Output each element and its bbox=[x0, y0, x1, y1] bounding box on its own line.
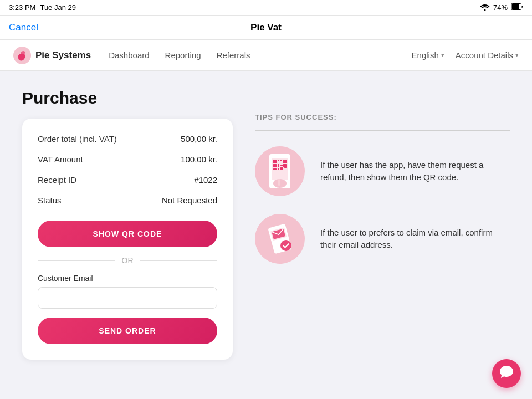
svg-rect-15 bbox=[280, 167, 283, 170]
show-qr-button[interactable]: SHOW QR CODE bbox=[38, 221, 217, 247]
battery-percentage: 74% bbox=[493, 3, 508, 12]
tips-divider bbox=[255, 130, 510, 131]
status-bar-right: 74% bbox=[480, 3, 523, 12]
page-title-bar: Pie Vat bbox=[250, 22, 282, 33]
send-order-button[interactable]: SEND ORDER bbox=[38, 318, 217, 344]
svg-rect-5 bbox=[273, 160, 277, 163]
status-label: Status bbox=[38, 196, 62, 205]
left-panel: Purchase Order total (incl. VAT) 500,00 … bbox=[22, 89, 233, 381]
svg-rect-6 bbox=[278, 160, 279, 161]
order-total-row: Order total (incl. VAT) 500,00 kr. bbox=[38, 134, 217, 144]
brand[interactable]: Pie Systems bbox=[13, 47, 91, 64]
account-details-label: Account Details bbox=[456, 50, 513, 60]
status-row: Status Not Requested bbox=[38, 196, 217, 205]
language-chevron-icon: ▾ bbox=[441, 52, 444, 59]
main-content: Purchase Order total (incl. VAT) 500,00 … bbox=[0, 71, 532, 399]
svg-rect-7 bbox=[280, 160, 282, 161]
order-total-label: Order total (incl. VAT) bbox=[38, 134, 117, 144]
tip-item-2: If the user to prefers to claim via emai… bbox=[255, 214, 510, 264]
vat-amount-label: VAT Amount bbox=[38, 155, 83, 164]
svg-rect-12 bbox=[283, 164, 287, 167]
email-label: Customer Email bbox=[38, 274, 217, 283]
cancel-button[interactable]: Cancel bbox=[9, 22, 38, 33]
title-bar: Cancel Pie Vat bbox=[0, 16, 532, 40]
receipt-id-label: Receipt ID bbox=[38, 175, 76, 185]
svg-rect-13 bbox=[273, 168, 277, 170]
right-panel: TIPS FOR SUCCESS: bbox=[255, 89, 510, 381]
svg-rect-8 bbox=[283, 160, 287, 163]
tip-1-text: If the user has the app, have them reque… bbox=[320, 159, 510, 184]
status-value: Not Requested bbox=[162, 196, 217, 205]
wifi-icon bbox=[480, 3, 490, 12]
tips-title: TIPS FOR SUCCESS: bbox=[255, 113, 510, 121]
svg-rect-14 bbox=[278, 168, 279, 170]
account-details-dropdown[interactable]: Account Details ▾ bbox=[456, 50, 519, 60]
receipt-id-row: Receipt ID #1022 bbox=[38, 175, 217, 185]
svg-rect-9 bbox=[273, 164, 277, 167]
tip-item-1: If the user has the app, have them reque… bbox=[255, 146, 510, 196]
status-bar-left: 3:23 PM Tue Jan 29 bbox=[9, 3, 76, 12]
tip-icon-email bbox=[255, 214, 305, 264]
battery-icon bbox=[511, 3, 523, 12]
date: Tue Jan 29 bbox=[40, 3, 76, 12]
brand-name: Pie Systems bbox=[35, 50, 91, 61]
brand-logo bbox=[13, 47, 31, 64]
nav-referrals[interactable]: Referrals bbox=[217, 50, 250, 60]
nav-dashboard[interactable]: Dashboard bbox=[109, 50, 149, 60]
chat-bubble-button[interactable] bbox=[492, 359, 521, 388]
purchase-title: Purchase bbox=[22, 89, 233, 108]
time: 3:23 PM bbox=[9, 3, 35, 12]
tip-2-text: If the user to prefers to claim via emai… bbox=[320, 227, 510, 252]
language-label: English bbox=[412, 50, 439, 60]
purchase-card: Order total (incl. VAT) 500,00 kr. VAT A… bbox=[22, 119, 233, 360]
navbar: Pie Systems Dashboard Reporting Referral… bbox=[0, 40, 532, 71]
chat-icon bbox=[499, 365, 514, 382]
svg-rect-10 bbox=[278, 164, 279, 167]
email-input[interactable] bbox=[38, 287, 217, 309]
order-total-value: 500,00 kr. bbox=[181, 134, 217, 144]
account-chevron-icon: ▾ bbox=[515, 52, 519, 59]
navbar-right: English ▾ Account Details ▾ bbox=[412, 50, 519, 60]
or-label: OR bbox=[122, 256, 134, 265]
svg-rect-1 bbox=[512, 4, 519, 9]
svg-point-22 bbox=[280, 240, 291, 251]
svg-rect-16 bbox=[284, 167, 287, 168]
language-dropdown[interactable]: English ▾ bbox=[412, 50, 444, 60]
receipt-id-value: #1022 bbox=[194, 175, 217, 185]
svg-rect-11 bbox=[280, 165, 283, 166]
svg-rect-18 bbox=[278, 179, 280, 186]
navbar-links: Dashboard Reporting Referrals bbox=[109, 50, 411, 60]
vat-amount-row: VAT Amount 100,00 kr. bbox=[38, 155, 217, 164]
tip-icon-qr bbox=[255, 146, 305, 196]
status-bar: 3:23 PM Tue Jan 29 74% bbox=[0, 0, 532, 16]
vat-amount-value: 100,00 kr. bbox=[181, 155, 217, 164]
nav-reporting[interactable]: Reporting bbox=[165, 50, 201, 60]
or-divider: OR bbox=[38, 256, 217, 265]
